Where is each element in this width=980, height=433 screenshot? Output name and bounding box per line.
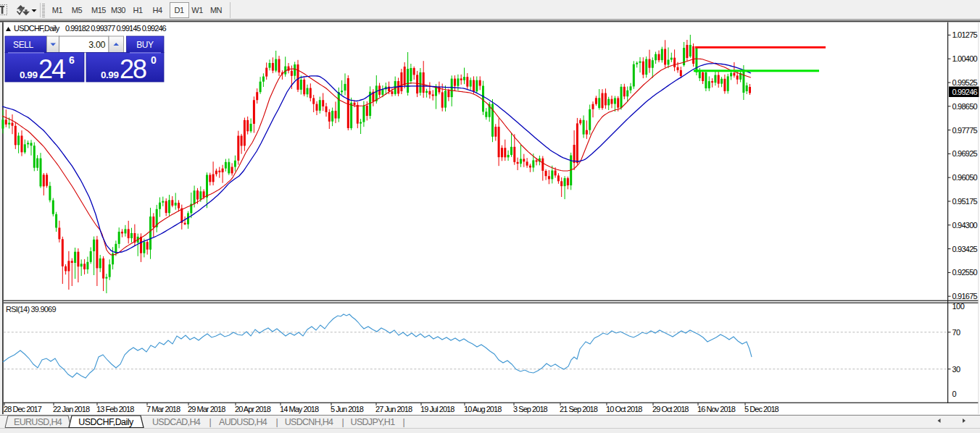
svg-text:0.99525: 0.99525 — [952, 78, 978, 87]
svg-text:0.99: 0.99 — [101, 70, 118, 80]
svg-text:|: | — [402, 417, 404, 427]
svg-text:BUY: BUY — [136, 40, 154, 50]
svg-text:M5: M5 — [72, 6, 83, 14]
svg-text:22 Jan 2018: 22 Jan 2018 — [53, 405, 90, 413]
svg-text:SELL: SELL — [13, 40, 33, 50]
svg-text:0.97775: 0.97775 — [952, 126, 978, 135]
svg-text:|: | — [275, 417, 278, 427]
svg-text:|: | — [209, 417, 211, 427]
svg-text:AUDUSD,H4: AUDUSD,H4 — [219, 417, 267, 427]
svg-text:21 Sep 2018: 21 Sep 2018 — [560, 405, 598, 413]
svg-text:19 Jul 2018: 19 Jul 2018 — [420, 405, 454, 413]
svg-text:0.99: 0.99 — [20, 70, 37, 80]
svg-text:0.93425: 0.93425 — [952, 245, 978, 253]
svg-text:1.00400: 1.00400 — [952, 54, 978, 63]
svg-text:USDJPY,H1: USDJPY,H1 — [351, 417, 396, 427]
svg-text:7 Mar 2018: 7 Mar 2018 — [146, 405, 180, 413]
svg-text:W1: W1 — [191, 6, 203, 14]
svg-text:0.91675: 0.91675 — [952, 292, 978, 300]
svg-text:13 Feb 2018: 13 Feb 2018 — [96, 405, 134, 413]
svg-text:H4: H4 — [152, 6, 162, 14]
svg-text:24: 24 — [38, 54, 65, 84]
svg-text:30: 30 — [952, 365, 961, 374]
svg-text:D1: D1 — [174, 6, 183, 14]
svg-text:29 Oct 2018: 29 Oct 2018 — [652, 405, 689, 413]
svg-text:USDCHF,Daily: USDCHF,Daily — [78, 417, 134, 427]
svg-text:0.98650: 0.98650 — [952, 102, 978, 111]
svg-text:28: 28 — [120, 54, 146, 84]
svg-text:10 Oct 2018: 10 Oct 2018 — [606, 405, 642, 413]
svg-text:27 Jun 2018: 27 Jun 2018 — [375, 405, 412, 413]
svg-text:M15: M15 — [91, 6, 106, 14]
svg-text:0: 0 — [952, 390, 957, 398]
svg-text:USDCAD,H4: USDCAD,H4 — [152, 417, 201, 427]
svg-text:100: 100 — [952, 302, 965, 311]
svg-text:29 Mar 2018: 29 Mar 2018 — [188, 405, 225, 413]
svg-text:USDCHF,Daily: USDCHF,Daily — [14, 24, 60, 33]
svg-text:28 Dec 2017: 28 Dec 2017 — [4, 405, 42, 413]
svg-text:1.01275: 1.01275 — [952, 30, 978, 39]
svg-text:20 Apr 2018: 20 Apr 2018 — [235, 405, 271, 413]
svg-text:5 Jun 2018: 5 Jun 2018 — [331, 405, 364, 413]
svg-text:0.96925: 0.96925 — [952, 149, 978, 158]
svg-text:0.95175: 0.95175 — [952, 197, 978, 206]
svg-text:0.96050: 0.96050 — [952, 173, 978, 182]
svg-text:0.99182 0.99377 0.99145 0.9924: 0.99182 0.99377 0.99145 0.99246 — [65, 24, 167, 33]
svg-text:RSI(14) 39.9069: RSI(14) 39.9069 — [6, 305, 56, 314]
svg-text:|: | — [341, 417, 344, 427]
svg-text:14 May 2018: 14 May 2018 — [280, 405, 319, 413]
svg-text:5 Dec 2018: 5 Dec 2018 — [744, 405, 779, 413]
svg-text:10 Aug 2018: 10 Aug 2018 — [464, 405, 502, 413]
svg-text:0.92550: 0.92550 — [952, 268, 978, 277]
svg-text:USDCNH,H4: USDCNH,H4 — [285, 417, 333, 427]
svg-text:0.94300: 0.94300 — [952, 221, 978, 230]
svg-text:0.99246: 0.99246 — [952, 88, 978, 96]
svg-text:16 Nov 2018: 16 Nov 2018 — [697, 405, 736, 413]
svg-text:H1: H1 — [133, 6, 142, 14]
svg-text:6: 6 — [69, 54, 75, 66]
svg-text:M1: M1 — [52, 6, 63, 14]
svg-text:M30: M30 — [111, 6, 125, 14]
svg-text:EURUSD,H4: EURUSD,H4 — [14, 417, 62, 427]
svg-text:MN: MN — [210, 6, 223, 14]
svg-text:3.00: 3.00 — [88, 40, 105, 50]
svg-text:0: 0 — [151, 54, 157, 66]
svg-text:3 Sep 2018: 3 Sep 2018 — [513, 405, 548, 413]
svg-text:70: 70 — [952, 328, 961, 337]
